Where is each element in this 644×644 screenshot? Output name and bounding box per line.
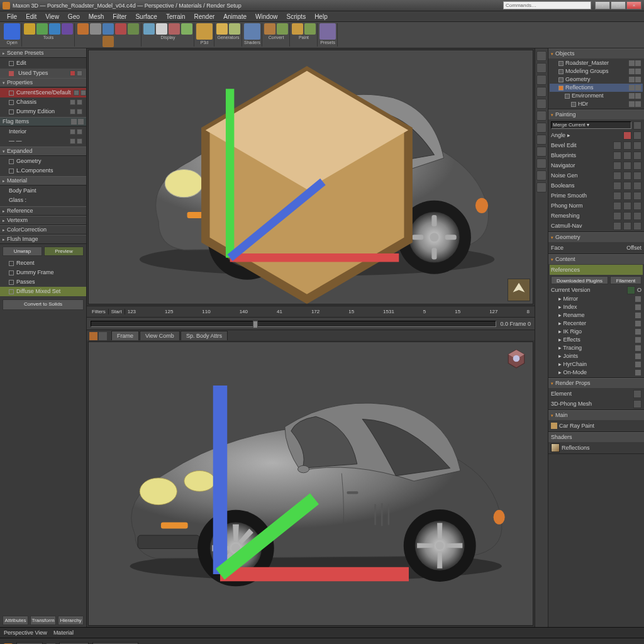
mode-icon-8[interactable] [536, 147, 547, 157]
content-item[interactable]: ▸ On-Mode [550, 369, 643, 377]
ribbon-icon[interactable] [4, 23, 20, 40]
objects-header[interactable]: ▾Objects [548, 49, 644, 58]
ribbon-icon[interactable] [277, 23, 288, 35]
extra-section[interactable]: ▸Reference [0, 206, 86, 216]
content-item[interactable]: ▸ HyrChain [550, 360, 643, 369]
menu-edit[interactable]: Edit [21, 12, 41, 21]
paint-row[interactable]: Blueprints [550, 150, 643, 160]
paint-row[interactable]: Prime Smooth [550, 191, 643, 201]
layer-item[interactable]: Dummy Edition [0, 107, 86, 116]
tab-plugins[interactable]: Downloaded Plugins [551, 276, 608, 284]
paint-row[interactable]: Bevel Edit [550, 140, 643, 150]
main-header[interactable]: ▾Main [548, 411, 644, 420]
ribbon-icon[interactable] [292, 23, 303, 35]
menu-geo[interactable]: Geo [64, 12, 84, 21]
content-item[interactable]: ▸ Recenter [550, 319, 643, 328]
mode-icon-0[interactable] [536, 51, 547, 61]
properties-header[interactable]: ▾Properties [0, 78, 86, 87]
scene-presets-header[interactable]: ▸Scene Presets [0, 48, 86, 58]
content-item[interactable]: ▸ Effects [550, 336, 643, 344]
ribbon-icon[interactable] [229, 23, 240, 35]
content-item[interactable]: ▸ Joints [550, 352, 643, 360]
ribbon-icon[interactable] [264, 23, 275, 35]
expand-item[interactable]: Geometry [0, 157, 86, 166]
mode-icon-9[interactable] [536, 158, 547, 169]
paint-row[interactable]: Booleans [550, 180, 643, 191]
menu-window[interactable]: Window [251, 12, 282, 21]
used-types-row[interactable]: Used Types [0, 69, 86, 78]
material-swatch-icon[interactable] [551, 423, 557, 429]
mode-icon-1[interactable] [536, 63, 547, 73]
tab-attributes[interactable]: Attributes [3, 616, 28, 625]
command-search[interactable]: Commands… [503, 1, 591, 9]
convert-solids-button[interactable]: Convert to Solids [3, 299, 84, 310]
mode-icon-2[interactable] [536, 75, 547, 85]
content-item[interactable]: ▸ Tracing [550, 344, 643, 352]
mode-icon-5[interactable] [536, 111, 547, 121]
ribbon-icon[interactable] [115, 23, 126, 35]
content-item[interactable]: ▸ Mirror [550, 295, 643, 303]
ribbon-icon[interactable] [77, 23, 89, 35]
lowlist-item[interactable]: Diffuse Mixed Set [0, 287, 86, 296]
menu-help[interactable]: Help [310, 12, 332, 21]
references-tab[interactable]: References [550, 265, 643, 275]
object-tree-item[interactable]: Modeling Groups [550, 67, 643, 75]
merge-mode-dropdown[interactable]: Merge Current ▾ [551, 121, 631, 129]
expand-item[interactable]: L.Components [0, 166, 86, 175]
object-tree-item[interactable]: Environment [550, 92, 643, 100]
renderprops-header[interactable]: ▾Render Props [548, 379, 644, 388]
shader-preview-icon[interactable] [551, 443, 560, 452]
close-button[interactable]: × [626, 1, 641, 9]
toggle-icon[interactable] [627, 286, 635, 294]
ribbon-icon[interactable] [319, 23, 336, 40]
tab-filament[interactable]: Filament [610, 276, 641, 284]
content-item[interactable]: ▸ Rename [550, 311, 643, 319]
menu-render[interactable]: Render [190, 12, 219, 21]
tab-core[interactable]: Core [16, 642, 43, 645]
layer-item[interactable]: Chassis [0, 97, 86, 107]
edit-tab[interactable]: Edit [0, 58, 86, 68]
extra-section[interactable]: ▸Vertexm [0, 216, 86, 225]
paint-row[interactable]: Remeshing [550, 211, 643, 221]
tab-hierarchy[interactable]: Hierarchy [58, 616, 84, 625]
mode-icon-6[interactable] [536, 123, 547, 133]
lowlist-item[interactable]: Recent [0, 258, 86, 268]
maximize-button[interactable]: □ [611, 1, 626, 9]
mode-icon-11[interactable] [536, 182, 547, 192]
lowlist-item[interactable]: Dummy Frame [0, 268, 86, 277]
flag-item[interactable]: — — [0, 136, 86, 146]
mode-icon-10[interactable] [536, 170, 547, 180]
ribbon-icon[interactable] [90, 23, 101, 35]
material-item[interactable]: Body Paint [0, 186, 86, 196]
object-tree-item[interactable]: Roadster_Master [550, 59, 643, 67]
content-item[interactable]: ▸ Index [550, 303, 643, 311]
ribbon-icon[interactable] [181, 23, 192, 35]
ribbon-icon[interactable] [196, 23, 213, 40]
lowlist-item[interactable]: Passes [0, 277, 86, 287]
object-tree-item[interactable]: HDr [550, 100, 643, 108]
menu-animate[interactable]: Animate [219, 12, 251, 21]
menu-filter[interactable]: Filter [108, 12, 131, 21]
tab-transform[interactable]: Transform [30, 616, 56, 625]
nav-compass-icon[interactable] [508, 279, 530, 301]
ribbon-icon[interactable] [128, 23, 139, 35]
paint-row[interactable]: Catmull-Nav [550, 221, 643, 231]
ribbon-icon[interactable] [244, 23, 260, 40]
ribbon-icon[interactable] [103, 36, 114, 47]
expanded-header[interactable]: ▾Expanded [0, 147, 86, 156]
layer-item[interactable]: CurrentScene/Default [0, 88, 86, 97]
unwrap-button[interactable]: Unwrap [3, 247, 42, 256]
viewport-top[interactable] [88, 50, 533, 304]
ribbon-icon[interactable] [169, 23, 180, 35]
ribbon-icon[interactable] [216, 23, 228, 35]
ribbon-icon[interactable] [143, 23, 155, 35]
tab-scene[interactable]: Scene [59, 642, 89, 645]
time-slider[interactable] [91, 321, 496, 327]
paint-row[interactable]: Phong Norm [550, 201, 643, 211]
paint-row[interactable]: Navigator [550, 160, 643, 170]
angle-picker-icon[interactable] [623, 131, 631, 140]
menu-surface[interactable]: Surface [131, 12, 161, 21]
ribbon-icon[interactable] [156, 23, 167, 35]
refresh-icon[interactable] [633, 121, 641, 130]
geometry-header[interactable]: ▾Geometry [548, 233, 644, 242]
